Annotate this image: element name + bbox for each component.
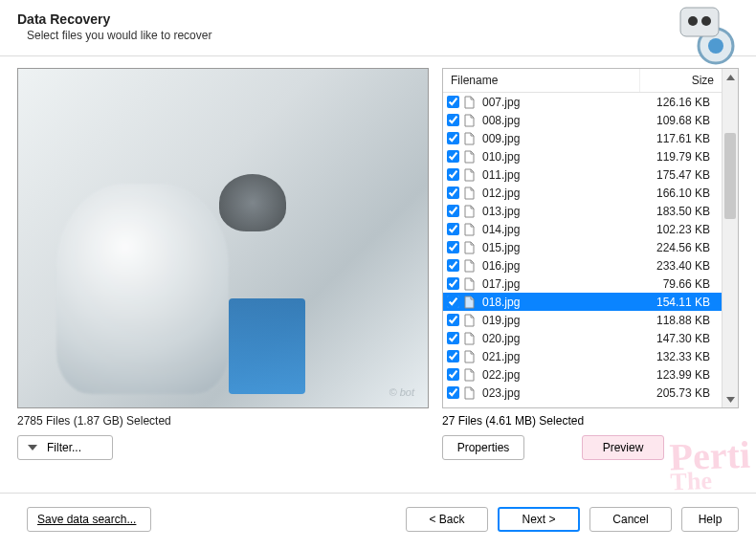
row-checkbox[interactable] — [447, 223, 459, 235]
next-button[interactable]: Next > — [498, 507, 580, 532]
row-checkbox[interactable] — [447, 259, 459, 272]
row-size: 166.10 KB — [634, 187, 716, 200]
scroll-down-icon[interactable] — [723, 391, 738, 407]
list-header[interactable]: Filename Size — [443, 69, 722, 93]
column-filename[interactable]: Filename — [443, 69, 640, 92]
row-size: 132.33 KB — [634, 350, 716, 363]
table-row[interactable]: 020.jpg147.30 KB — [443, 329, 722, 347]
file-icon — [463, 332, 478, 345]
row-filename: 007.jpg — [482, 96, 634, 109]
row-checkbox[interactable] — [447, 168, 459, 181]
table-row[interactable]: 012.jpg166.10 KB — [443, 184, 722, 202]
row-checkbox[interactable] — [447, 132, 459, 144]
row-size: 126.16 KB — [634, 96, 716, 109]
row-checkbox[interactable] — [447, 150, 459, 163]
row-filename: 017.jpg — [482, 277, 634, 291]
scroll-track[interactable] — [723, 85, 738, 391]
file-list: Filename Size 007.jpg126.16 KB008.jpg109… — [442, 68, 739, 408]
row-checkbox[interactable] — [447, 350, 459, 362]
row-size: 123.99 KB — [634, 368, 716, 382]
file-icon — [463, 114, 478, 127]
table-row[interactable]: 019.jpg118.88 KB — [443, 311, 722, 329]
row-checkbox[interactable] — [447, 114, 459, 126]
row-filename: 013.jpg — [482, 205, 634, 218]
row-filename: 012.jpg — [482, 187, 634, 200]
row-checkbox[interactable] — [447, 386, 459, 399]
footer: Save data search... < Back Next > Cancel… — [0, 493, 756, 549]
row-filename: 022.jpg — [482, 368, 634, 382]
table-row[interactable]: 008.jpg109.68 KB — [443, 111, 722, 129]
back-button[interactable]: < Back — [406, 507, 488, 532]
table-row[interactable]: 016.jpg233.40 KB — [443, 256, 722, 274]
row-checkbox[interactable] — [447, 187, 459, 199]
row-checkbox[interactable] — [447, 96, 459, 108]
file-icon — [463, 96, 478, 109]
row-checkbox[interactable] — [447, 241, 459, 253]
row-size: 118.88 KB — [634, 314, 716, 327]
row-filename: 018.jpg — [482, 296, 634, 309]
image-preview: © bot — [17, 68, 429, 408]
row-checkbox[interactable] — [447, 368, 459, 381]
file-icon — [463, 259, 478, 273]
table-row[interactable]: 010.jpg119.79 KB — [443, 147, 722, 165]
file-icon — [463, 223, 478, 236]
table-row[interactable]: 014.jpg102.23 KB — [443, 220, 722, 238]
preview-button[interactable]: Preview — [582, 435, 664, 460]
row-filename: 014.jpg — [482, 223, 634, 236]
file-icon — [463, 150, 478, 164]
row-checkbox[interactable] — [447, 332, 459, 344]
filter-button[interactable]: Filter... — [17, 435, 113, 460]
file-icon — [463, 368, 478, 382]
file-icon — [463, 277, 478, 291]
table-row[interactable]: 023.jpg205.73 KB — [443, 384, 722, 402]
row-checkbox[interactable] — [447, 314, 459, 326]
file-icon — [463, 205, 478, 218]
left-status-text: 2785 Files (1.87 GB) Selected — [17, 414, 429, 428]
scroll-up-icon[interactable] — [723, 69, 738, 85]
row-filename: 010.jpg — [482, 150, 634, 164]
right-status-text: 27 Files (4.61 MB) Selected — [442, 414, 739, 428]
row-size: 183.50 KB — [634, 205, 716, 218]
table-row[interactable]: 017.jpg79.66 KB — [443, 274, 722, 293]
row-size: 102.23 KB — [634, 223, 716, 236]
row-size: 224.56 KB — [634, 241, 716, 254]
row-checkbox[interactable] — [447, 277, 459, 290]
help-button[interactable]: Help — [681, 507, 739, 532]
cancel-button[interactable]: Cancel — [589, 507, 672, 532]
header-robot-icon — [666, 0, 752, 65]
svg-point-4 — [701, 16, 711, 26]
row-checkbox[interactable] — [447, 205, 459, 217]
row-filename: 016.jpg — [482, 259, 634, 273]
table-row[interactable]: 007.jpg126.16 KB — [443, 93, 722, 111]
file-icon — [463, 241, 478, 254]
row-filename: 008.jpg — [482, 114, 634, 127]
properties-button[interactable]: Properties — [442, 435, 524, 460]
row-size: 119.79 KB — [634, 150, 716, 164]
row-checkbox[interactable] — [447, 296, 459, 308]
table-row[interactable]: 009.jpg117.61 KB — [443, 129, 722, 147]
svg-rect-2 — [680, 8, 719, 36]
save-search-button[interactable]: Save data search... — [27, 507, 151, 532]
table-row[interactable]: 022.jpg123.99 KB — [443, 365, 722, 384]
page-subtitle: Select files you would like to recover — [27, 29, 739, 42]
row-size: 147.30 KB — [634, 332, 716, 345]
file-icon — [463, 296, 478, 309]
table-row[interactable]: 011.jpg175.47 KB — [443, 165, 722, 184]
scrollbar[interactable] — [722, 69, 738, 407]
file-icon — [463, 132, 478, 145]
table-row[interactable]: 018.jpg154.11 KB — [443, 293, 722, 311]
chevron-down-icon — [28, 445, 37, 450]
row-filename: 023.jpg — [482, 386, 634, 400]
row-filename: 020.jpg — [482, 332, 634, 345]
table-row[interactable]: 013.jpg183.50 KB — [443, 202, 722, 220]
column-size[interactable]: Size — [640, 69, 722, 92]
row-filename: 019.jpg — [482, 314, 634, 327]
scroll-thumb[interactable] — [724, 133, 736, 219]
file-icon — [463, 168, 478, 182]
row-filename: 009.jpg — [482, 132, 634, 145]
page-title: Data Recovery — [17, 11, 739, 27]
table-row[interactable]: 021.jpg132.33 KB — [443, 347, 722, 365]
table-row[interactable]: 015.jpg224.56 KB — [443, 238, 722, 256]
row-size: 233.40 KB — [634, 259, 716, 273]
svg-point-1 — [708, 38, 723, 54]
